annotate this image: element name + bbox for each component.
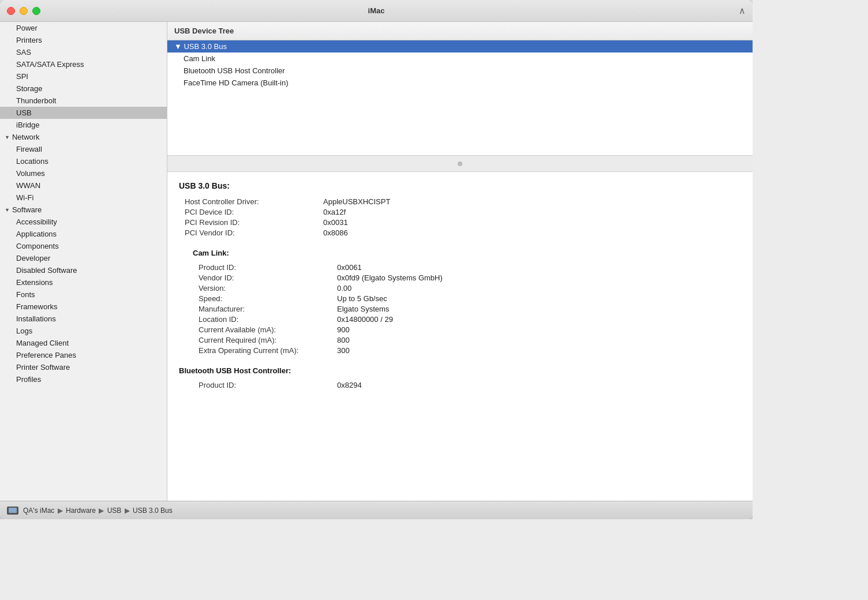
breadcrumb-item: Hardware xyxy=(66,507,96,515)
sidebar-item-software[interactable]: ▼ Software xyxy=(0,204,167,216)
window-controls xyxy=(7,7,40,15)
detail-label: Current Required (mA): xyxy=(199,336,337,344)
detail-label: Product ID: xyxy=(199,381,337,389)
content-header-title: USB Device Tree xyxy=(174,27,234,35)
title-bar: iMac ∧ xyxy=(0,0,753,22)
detail-value: Elgato Systems xyxy=(337,305,741,313)
detail-label: Manufacturer: xyxy=(199,305,337,313)
tree-row-facetime[interactable]: FaceTime HD Camera (Built-in) xyxy=(167,77,753,89)
sidebar: PowerPrintersSASSATA/SATA ExpressSPIStor… xyxy=(0,22,167,501)
sidebar-item-thunderbolt[interactable]: Thunderbolt xyxy=(0,95,167,107)
sidebar-item-managed-client[interactable]: Managed Client xyxy=(0,337,167,349)
detail-value: AppleUSBXHCISPT xyxy=(323,197,741,206)
sidebar-item-extensions[interactable]: Extensions xyxy=(0,276,167,288)
collapse-button[interactable]: ∧ xyxy=(739,5,746,16)
expand-triangle: ▼ xyxy=(5,134,10,140)
sidebar-item-fonts[interactable]: Fonts xyxy=(0,288,167,301)
tree-row-usb30bus[interactable]: ▼ USB 3.0 Bus xyxy=(167,40,753,52)
main-content: PowerPrintersSASSATA/SATA ExpressSPIStor… xyxy=(0,22,753,501)
content-area: USB Device Tree ▼ USB 3.0 BusCam LinkBlu… xyxy=(167,22,753,501)
bottom-bar: QA's iMac ▶ Hardware ▶ USB ▶ USB 3.0 Bus xyxy=(0,501,753,519)
scrollbar-indicator xyxy=(167,156,753,172)
detail-label: Extra Operating Current (mA): xyxy=(199,346,337,355)
sidebar-item-preference-panes[interactable]: Preference Panes xyxy=(0,349,167,361)
detail-value: 0xa12f xyxy=(323,208,741,216)
breadcrumb-separator: ▶ xyxy=(122,507,132,515)
sidebar-item-applications[interactable]: Applications xyxy=(0,228,167,240)
sidebar-item-wwan[interactable]: WWAN xyxy=(0,179,167,192)
sidebar-item-developer[interactable]: Developer xyxy=(0,252,167,264)
sidebar-item-profiles[interactable]: Profiles xyxy=(0,373,167,385)
sidebar-item-installations[interactable]: Installations xyxy=(0,313,167,325)
main-window: iMac ∧ PowerPrintersSASSATA/SATA Express… xyxy=(0,0,753,519)
sidebar-item-components[interactable]: Components xyxy=(0,240,167,252)
tree-row-camlink[interactable]: Cam Link xyxy=(167,52,753,65)
sidebar-item-printer-software[interactable]: Printer Software xyxy=(0,361,167,373)
detail-label: Vendor ID: xyxy=(199,273,337,282)
sidebar-item-sas[interactable]: SAS xyxy=(0,46,167,58)
sidebar-item-network[interactable]: ▼ Network xyxy=(0,131,167,143)
detail-value: 0x8086 xyxy=(323,228,741,237)
detail-label: Product ID: xyxy=(199,263,337,272)
sidebar-item-printers[interactable]: Printers xyxy=(0,34,167,46)
detail-value: 0x0fd9 (Elgato Systems GmbH) xyxy=(337,273,741,282)
breadcrumb-item: USB xyxy=(107,507,122,515)
detail-value: 800 xyxy=(337,336,741,344)
breadcrumb: QA's iMac ▶ Hardware ▶ USB ▶ USB 3.0 Bus xyxy=(23,507,173,515)
breadcrumb-separator: ▶ xyxy=(55,507,65,515)
sidebar-item-firewall[interactable]: Firewall xyxy=(0,143,167,155)
tree-row-bluetooth-host[interactable]: Bluetooth USB Host Controller xyxy=(167,65,753,77)
sidebar-item-accessibility[interactable]: Accessibility xyxy=(0,216,167,228)
detail-label: Version: xyxy=(199,284,337,292)
close-button[interactable] xyxy=(7,7,15,15)
details-section: USB 3.0 Bus:Host Controller Driver:Apple… xyxy=(167,172,753,501)
sidebar-item-spi[interactable]: SPI xyxy=(0,70,167,82)
usb-device-tree: ▼ USB 3.0 BusCam LinkBluetooth USB Host … xyxy=(167,40,753,156)
detail-label: PCI Device ID: xyxy=(185,208,323,216)
window-title: iMac xyxy=(368,6,385,15)
monitor-icon xyxy=(7,507,18,515)
sidebar-item-sata[interactable]: SATA/SATA Express xyxy=(0,58,167,70)
camlink-table: Product ID:0x0061Vendor ID:0x0fd9 (Elgat… xyxy=(199,263,741,355)
sidebar-item-disabled-software[interactable]: Disabled Software xyxy=(0,264,167,276)
detail-value: 0x0031 xyxy=(323,218,741,227)
content-header: USB Device Tree xyxy=(167,22,753,40)
detail-label: Host Controller Driver: xyxy=(185,197,323,206)
detail-value: 0x0061 xyxy=(337,263,741,272)
sidebar-item-logs[interactable]: Logs xyxy=(0,325,167,337)
usb30bus-title: USB 3.0 Bus: xyxy=(179,181,741,190)
sidebar-item-storage[interactable]: Storage xyxy=(0,82,167,95)
sidebar-item-power[interactable]: Power xyxy=(0,22,167,34)
sidebar-item-usb[interactable]: USB xyxy=(0,107,167,119)
detail-label: PCI Vendor ID: xyxy=(185,228,323,237)
sidebar-item-ibridge[interactable]: iBridge xyxy=(0,119,167,131)
usb30bus-table: Host Controller Driver:AppleUSBXHCISPTPC… xyxy=(185,197,741,237)
maximize-button[interactable] xyxy=(32,7,40,15)
sidebar-item-locations[interactable]: Locations xyxy=(0,155,167,167)
sidebar-item-frameworks[interactable]: Frameworks xyxy=(0,301,167,313)
breadcrumb-item: QA's iMac xyxy=(23,507,54,515)
detail-label: Location ID: xyxy=(199,315,337,324)
detail-value: Up to 5 Gb/sec xyxy=(337,294,741,303)
expand-triangle: ▼ xyxy=(5,207,10,213)
detail-value: 0x14800000 / 29 xyxy=(337,315,741,324)
minimize-button[interactable] xyxy=(20,7,28,15)
detail-value: 0x8294 xyxy=(337,381,741,389)
detail-label: PCI Revision ID: xyxy=(185,218,323,227)
breadcrumb-separator: ▶ xyxy=(97,507,106,515)
sidebar-item-wifi[interactable]: Wi-Fi xyxy=(0,192,167,204)
detail-value: 900 xyxy=(337,325,741,334)
detail-value: 300 xyxy=(337,346,741,355)
camlink-title: Cam Link: xyxy=(193,249,741,257)
sidebar-item-volumes[interactable]: Volumes xyxy=(0,167,167,179)
bluetooth-title: Bluetooth USB Host Controller: xyxy=(179,366,741,375)
scroll-indicator-dot xyxy=(458,162,462,166)
bluetooth-table: Product ID:0x8294 xyxy=(199,381,741,389)
breadcrumb-item: USB 3.0 Bus xyxy=(133,507,173,515)
detail-value: 0.00 xyxy=(337,284,741,292)
detail-label: Current Available (mA): xyxy=(199,325,337,334)
detail-label: Speed: xyxy=(199,294,337,303)
